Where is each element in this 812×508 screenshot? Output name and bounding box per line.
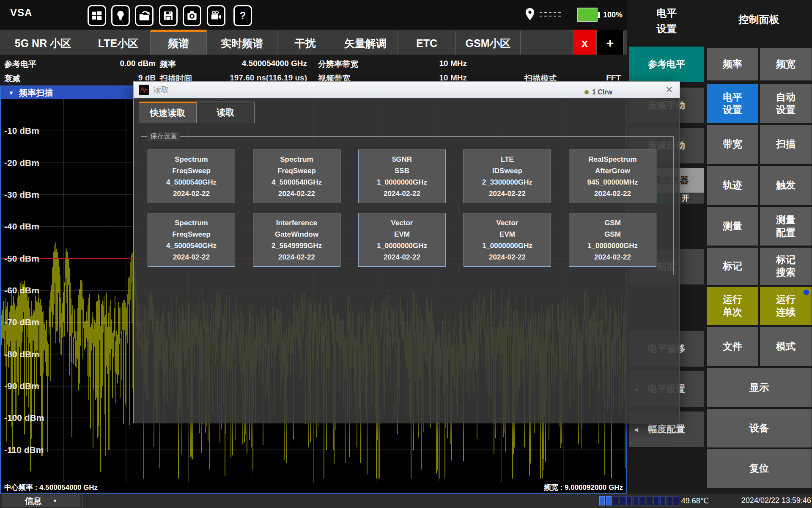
control-button-运行连续[interactable]: 运行 连续 — [760, 287, 812, 325]
tab-GSM小区[interactable]: GSM小区 — [456, 30, 521, 55]
control-button-运行单次[interactable]: 运行 单次 — [707, 287, 758, 325]
setting-value[interactable]: 10 MHz — [439, 59, 467, 70]
saved-setting-card[interactable]: 5GNRSSB1_0000000GHz2024-02-22 — [358, 149, 446, 203]
progress-segment — [633, 496, 639, 505]
info-dropdown[interactable]: 信息 ▼ — [2, 494, 80, 507]
setting-value[interactable]: 0.00 dBm — [120, 59, 156, 70]
y-axis-tick: -60 dBm — [4, 285, 39, 295]
saved-setting-card[interactable]: SpectrumFreqSweep4_5000540GHz2024-02-22 — [148, 149, 235, 203]
saved-setting-card[interactable]: SpectrumFreqSweep4_5000540GHz2024-02-22 — [253, 149, 340, 203]
progress-segment — [653, 496, 659, 505]
saved-setting-card[interactable]: GSMGSM1_0000000GHz2024-02-22 — [569, 213, 656, 267]
windows-button[interactable] — [88, 5, 106, 26]
progress-segment — [667, 496, 672, 505]
bulb-button[interactable] — [111, 5, 130, 26]
card-name: Spectrum — [175, 154, 208, 165]
dialog-tab-快速读取[interactable]: 快速读取 — [139, 102, 197, 123]
save-button[interactable] — [159, 5, 178, 26]
control-button-轨迹[interactable]: 轨迹 — [707, 166, 758, 205]
help-button[interactable]: ? — [233, 5, 252, 26]
setting-label: 参考电平 — [4, 59, 36, 70]
y-axis-tick: -110 dBm — [4, 445, 44, 455]
saved-setting-card[interactable]: InterferenceGateWindow2_5649999GHz2024-0… — [253, 213, 340, 267]
control-button-标记搜索[interactable]: 标记 搜索 — [760, 248, 812, 285]
gps-status — [524, 8, 561, 21]
card-name: LTE — [501, 154, 514, 165]
control-button-测量配置[interactable]: 测量 配置 — [760, 207, 812, 246]
save-icon — [162, 9, 175, 22]
folder-open-button[interactable] — [135, 5, 154, 26]
control-button-显示[interactable]: 显示 — [707, 368, 812, 407]
card-date: 2024-02-22 — [278, 251, 315, 263]
camera-button[interactable] — [183, 5, 201, 26]
setting-value[interactable]: 4.500054000 GHz — [242, 59, 307, 70]
card-name: Vector — [497, 217, 518, 229]
setting-label: 频率 — [160, 59, 176, 70]
collapse-triangle-icon[interactable]: ▼ — [8, 90, 14, 96]
tab-LTE小区[interactable]: LTE小区 — [86, 30, 151, 55]
control-button-复位[interactable]: 复位 — [707, 449, 812, 488]
y-axis-tick: -30 dBm — [4, 190, 39, 199]
y-axis-tick: -90 dBm — [4, 381, 39, 391]
control-button-带宽[interactable]: 带宽 — [707, 125, 758, 164]
control-button-扫描[interactable]: 扫描 — [760, 125, 812, 164]
card-date: 2024-02-22 — [173, 251, 210, 263]
saved-setting-card[interactable]: VectorEVM1_0000000GHz2024-02-22 — [464, 213, 551, 267]
statusbar-separator — [82, 494, 82, 507]
control-button-电平设置[interactable]: 电平 设置 — [707, 84, 758, 123]
progress-segment — [626, 496, 632, 505]
tab-5G NR 小区[interactable]: 5G NR 小区 — [0, 30, 86, 55]
saved-setting-card[interactable]: RealSpectrumAfterGrow945_00000MHz2024-02… — [569, 149, 656, 203]
chart-info-row: 中心频率 : 4.500054000 GHz 频宽 : 9.000092000 … — [1, 482, 626, 493]
trace-legend: 1 Clrw — [584, 88, 612, 96]
trace-color-bullet — [584, 90, 589, 94]
card-date: 2024-02-22 — [384, 251, 420, 263]
control-button-自动设置[interactable]: 自动 设置 — [760, 84, 812, 123]
progress-segment — [606, 496, 612, 505]
info-label: 信息 — [25, 495, 42, 507]
control-button-设备[interactable]: 设备 — [707, 409, 812, 447]
saved-setting-card[interactable]: VectorEVM1_0000000GHz2024-02-22 — [358, 213, 446, 267]
battery-icon — [577, 8, 598, 22]
y-axis-tick: -70 dBm — [4, 317, 39, 327]
tab-矢量解调[interactable]: 矢量解调 — [333, 30, 398, 55]
card-subname: AfterGrow — [595, 165, 630, 177]
video-recorder-button[interactable] — [207, 5, 225, 26]
saved-settings-cards: SpectrumFreqSweep4_5000540GHz2024-02-22S… — [148, 149, 656, 267]
control-button-模式[interactable]: 模式 — [760, 327, 812, 366]
saved-setting-card[interactable]: LTEIDSweep2_3300000GHz2024-02-22 — [464, 149, 551, 203]
add-tab-button[interactable]: + — [597, 30, 624, 55]
progress-segment — [660, 496, 666, 505]
active-indicator-dot — [804, 290, 809, 295]
app-logo: VSA — [10, 7, 32, 19]
card-frequency: 945_00000MHz — [587, 177, 638, 188]
back-arrow-icon: ◀ — [634, 426, 638, 433]
close-icon[interactable]: ✕ — [665, 85, 673, 95]
saved-settings-legend: 保存设置 — [147, 132, 180, 141]
folder-open-icon — [138, 9, 151, 22]
progress-segment — [640, 496, 645, 505]
setting-label: 衰减 — [4, 73, 20, 84]
tab-干扰[interactable]: 干扰 — [277, 30, 333, 55]
tab-频谱[interactable]: 频谱 — [151, 30, 207, 55]
control-button-频宽[interactable]: 频宽 — [760, 48, 812, 80]
close-tab-button[interactable]: x — [573, 30, 597, 55]
chevron-down-icon: ▼ — [53, 498, 58, 503]
submenu-item-参考电平[interactable]: 参考电平 — [629, 47, 704, 82]
control-panel-title: 控制面板 — [706, 13, 812, 26]
help-icon: ? — [236, 9, 249, 22]
control-button-触发[interactable]: 触发 — [760, 166, 812, 205]
control-button-文件[interactable]: 文件 — [707, 327, 758, 366]
card-date: 2024-02-22 — [489, 188, 526, 199]
control-button-标记[interactable]: 标记 — [707, 248, 758, 285]
tab-实时频谱[interactable]: 实时频谱 — [207, 30, 277, 55]
saved-setting-card[interactable]: SpectrumFreqSweep4_5000540GHz2024-02-22 — [148, 213, 235, 267]
control-button-测量[interactable]: 测量 — [707, 207, 758, 246]
gps-placeholder-dashes — [540, 10, 561, 19]
card-date: 2024-02-22 — [594, 188, 631, 199]
control-button-频率[interactable]: 频率 — [707, 48, 758, 80]
dialog-tab-读取[interactable]: 读取 — [197, 102, 255, 123]
battery-cap — [598, 12, 600, 18]
progress-segment — [613, 496, 618, 505]
tab-ETC[interactable]: ETC — [398, 30, 456, 55]
